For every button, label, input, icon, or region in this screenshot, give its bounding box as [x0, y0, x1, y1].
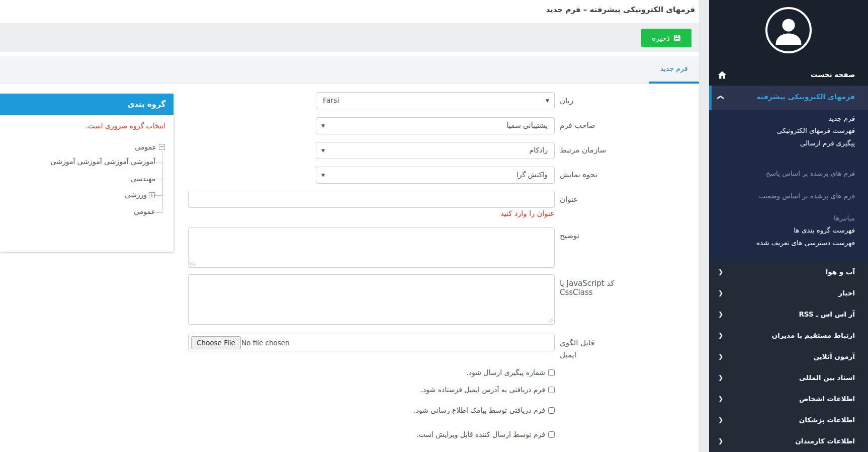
submenu-shortcuts[interactable]: میانبرها — [834, 214, 855, 222]
tree-connector-line — [156, 180, 162, 180]
chevron-left-icon: ❮ — [718, 332, 723, 339]
save-button[interactable]: ذخیره — [641, 29, 691, 47]
email-forward-label: فرم دریافتی به آدرس ایمیل فرستاده شود. — [421, 386, 545, 394]
sender-editable-row: فرم توسط ارسال کننده قابل ویرایش است. — [188, 430, 555, 439]
file-status-text: No file chosen — [241, 339, 290, 347]
owner-label: صاحب فرم — [560, 121, 648, 130]
page-title: فرمهای الکترونیکی پیشرفته – فرم جدید — [546, 5, 695, 14]
sidebar-submenu: فرم جدید فهرست فرمهای الکترونیکی پیگیری … — [709, 110, 868, 262]
code-textarea[interactable] — [188, 274, 555, 325]
title-bar: فرمهای الکترونیکی پیشرفته – فرم جدید — [0, 0, 699, 23]
email-template-file-input[interactable]: Choose File No file chosen — [188, 334, 555, 351]
submenu-filled-by-status[interactable]: فرم های پرشده بر اساس وضعیت — [759, 192, 855, 200]
email-forward-checkbox[interactable] — [548, 387, 555, 393]
submenu-groupings-list[interactable]: فهرست گروه بندی ها — [794, 226, 855, 234]
submenu-defined-permissions[interactable]: فهرست دسترسی های تعریف شده — [756, 239, 855, 247]
collapse-expander-icon[interactable]: − — [159, 144, 165, 150]
owner-select[interactable]: پشتیبانی سمیا ▼ — [316, 117, 555, 134]
sms-notify-label: فرم دریافتی توسط پیامک اطلاع رسانی شود. — [413, 406, 545, 414]
email-template-label: فایل الگوی ایمیل — [560, 338, 648, 359]
chevron-left-icon: ❮ — [718, 268, 723, 275]
sidebar-item-rss[interactable]: آر اس اس ـ RSS ❮ — [709, 304, 868, 325]
sidebar-item-doctors-info[interactable]: اطلاعات پزشکان ❮ — [709, 410, 868, 431]
code-label: کد JavaScript یا CssClass — [560, 279, 648, 297]
tab-new-form[interactable]: فرم جدید — [649, 56, 699, 84]
expand-expander-icon[interactable]: + — [149, 192, 155, 198]
chevron-down-icon: ▼ — [321, 148, 325, 153]
tracking-number-checkbox[interactable] — [548, 369, 555, 376]
sms-notify-row: فرم دریافتی توسط پیامک اطلاع رسانی شود. — [188, 406, 555, 415]
tree-connector-line — [156, 212, 162, 213]
tree-connector-line — [162, 150, 162, 213]
chevron-left-icon: ❮ — [718, 311, 723, 318]
tree-node[interactable]: آموزشی آموزشی آموزشی آموزشی — [51, 158, 155, 166]
email-forward-row: فرم دریافتی به آدرس ایمیل فرستاده شود. — [188, 385, 555, 394]
sidebar-sections: آب و هوا ❮ اخبار ❮ آر اس اس ـ RSS ❮ ارتب… — [709, 262, 868, 452]
sidebar-item-persons-info[interactable]: اطلاعات اشخاص ❮ — [709, 389, 868, 410]
choose-file-button[interactable]: Choose File — [191, 336, 241, 349]
home-label: صفحه نخست — [811, 70, 855, 79]
floppy-disk-icon — [673, 34, 681, 42]
chevron-down-icon: ▼ — [321, 123, 325, 128]
title-input[interactable] — [188, 191, 555, 208]
sidebar-item-weather[interactable]: آب و هوا ❮ — [709, 262, 868, 283]
active-item-indicator — [709, 86, 712, 110]
chevron-left-icon: ❮ — [718, 353, 723, 360]
submenu-track-submission[interactable]: پیگیری فرم ارسالی — [800, 139, 855, 147]
display-mode-label: نحوه نمایش — [560, 170, 648, 179]
avatar — [765, 7, 812, 53]
chevron-down-icon: ▼ — [546, 98, 549, 103]
chevron-down-icon: ▼ — [321, 173, 325, 178]
user-icon — [770, 13, 807, 49]
sender-editable-checkbox[interactable] — [548, 431, 555, 438]
tree-node[interactable]: مهندسی — [131, 175, 155, 183]
sidebar-item-news[interactable]: اخبار ❮ — [709, 283, 868, 304]
home-icon — [717, 70, 727, 80]
chevron-left-icon: ❮ — [718, 289, 723, 296]
sidebar-item-contact-managers[interactable]: ارتباط مستقیم با مدیران ❮ — [709, 325, 868, 346]
tracking-number-label: شماره پیگیری ارسال شود. — [466, 368, 545, 376]
language-label: زبان — [560, 96, 648, 105]
owner-select-value: پشتیبانی سمیا — [506, 121, 548, 129]
tree-node[interactable]: عمومی — [134, 207, 155, 215]
save-button-label: ذخیره — [652, 34, 669, 42]
tree-node-root[interactable]: عمومی — [135, 143, 156, 151]
advanced-forms-label: فرمهای الکترونیکی پیشرفته — [756, 93, 855, 101]
tree-node[interactable]: ورزشی — [125, 191, 147, 199]
submenu-filled-by-answer[interactable]: فرم های پرشده بر اساس پاسخ — [766, 169, 855, 177]
sidebar-item-online-exam[interactable]: آزمون آنلاین ❮ — [709, 346, 868, 367]
title-error-text: عنوان را وارد کنید — [302, 209, 555, 217]
resize-grip-icon[interactable] — [189, 261, 195, 266]
organization-label: سازمان مرتبط — [560, 145, 648, 155]
organization-select-value: رادکام — [530, 146, 548, 154]
tree-connector-line — [155, 195, 162, 196]
tracking-number-row: شماره پیگیری ارسال شود. — [188, 368, 555, 377]
sender-editable-label: فرم توسط ارسال کننده قابل ویرایش است. — [416, 430, 545, 438]
submenu-new-form[interactable]: فرم جدید — [828, 114, 855, 122]
description-label: توضیح — [560, 231, 648, 240]
tab-strip: فرم جدید — [0, 56, 699, 84]
sidebar-item-international-docs[interactable]: اسناد بین المللی ❮ — [709, 367, 868, 389]
scrollbar[interactable] — [699, 0, 709, 452]
sidebar-item-home[interactable]: صفحه نخست — [709, 65, 868, 86]
organization-select[interactable]: رادکام ▼ — [316, 142, 555, 159]
sidebar-item-employees-info[interactable]: اطلاعات کارمندان ❮ — [709, 431, 868, 452]
chevron-left-icon: ❮ — [718, 395, 723, 402]
display-mode-select[interactable]: واکنش گرا ▼ — [316, 167, 555, 184]
sidebar-item-advanced-forms[interactable]: فرمهای الکترونیکی پیشرفته ❮ — [709, 86, 868, 110]
description-textarea[interactable] — [188, 228, 555, 268]
display-mode-select-value: واکنش گرا — [516, 171, 548, 179]
toolbar-gap — [0, 52, 699, 56]
chevron-left-icon: ❮ — [718, 374, 723, 381]
sms-notify-checkbox[interactable] — [548, 407, 555, 414]
title-field-label: عنوان — [560, 195, 648, 204]
chevron-left-icon: ❮ — [718, 437, 723, 444]
grouping-panel: گروه بندی انتخاب گروه ضروری است. − عمومی… — [0, 94, 173, 252]
language-select[interactable]: Farsi ▼ — [316, 92, 555, 109]
toolbar: ذخیره — [0, 23, 699, 52]
resize-grip-icon[interactable] — [548, 318, 554, 323]
chevron-left-icon: ❮ — [718, 416, 723, 423]
submenu-forms-list[interactable]: فهرست فرمهای الکترونیکی — [777, 126, 855, 134]
language-select-value: Farsi — [323, 96, 339, 104]
sidebar: صفحه نخست فرمهای الکترونیکی پیشرفته ❮ فر… — [709, 0, 868, 452]
